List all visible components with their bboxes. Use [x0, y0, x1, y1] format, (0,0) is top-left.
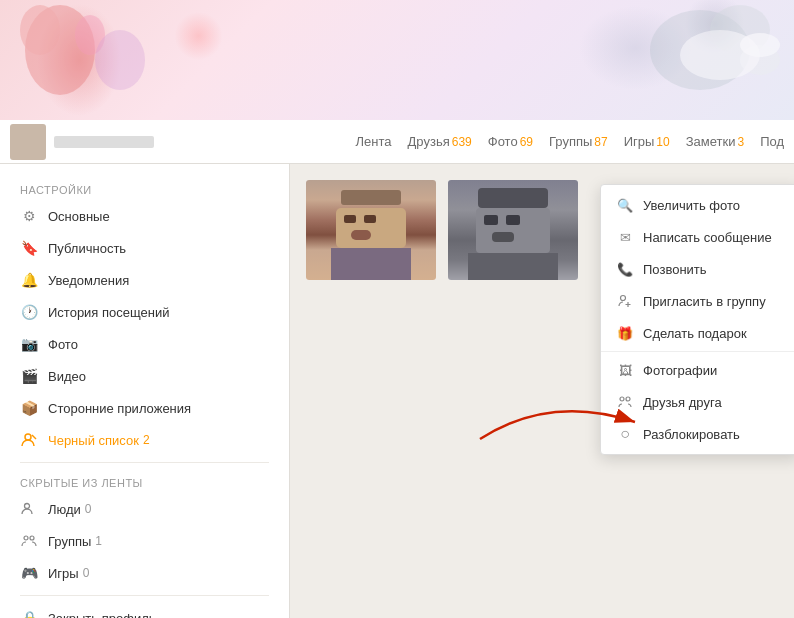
- sidebar-item-uvedomleniya[interactable]: 🔔 Уведомления: [0, 264, 289, 296]
- sidebar-item-photo[interactable]: 📷 Фото: [0, 328, 289, 360]
- phone-icon: 📞: [617, 261, 633, 277]
- sidebar: НАСТРОЙКИ ⚙ Основные 🔖 Публичность 🔔 Уве…: [0, 164, 290, 618]
- cm-item-label: Фотографии: [643, 363, 717, 378]
- groups-badge: 1: [95, 534, 102, 548]
- games-badge: 0: [83, 566, 90, 580]
- sidebar-item-label: Уведомления: [48, 273, 129, 288]
- cm-item-call[interactable]: 📞 Позвонить: [601, 253, 794, 285]
- cm-item-label: Друзья друга: [643, 395, 722, 410]
- svg-point-11: [25, 504, 30, 509]
- page-banner: [0, 0, 794, 120]
- cm-item-friends-of-friend[interactable]: Друзья друга: [601, 386, 794, 418]
- sidebar-item-groups-hidden[interactable]: Группы 1: [0, 525, 289, 557]
- nav-link-groups[interactable]: Группы87: [549, 134, 608, 149]
- sidebar-item-osnovnie[interactable]: ⚙ Основные: [0, 200, 289, 232]
- svg-point-3: [95, 30, 145, 90]
- nav-link-games[interactable]: Игры10: [624, 134, 670, 149]
- navbar-avatar: [10, 124, 46, 160]
- navbar-links: Лента Друзья639 Фото69 Группы87 Игры10 З…: [356, 134, 784, 149]
- sidebar-item-apps[interactable]: 📦 Сторонние приложения: [0, 392, 289, 424]
- gear-icon: ⚙: [20, 207, 38, 225]
- sidebar-item-games-hidden[interactable]: 🎮 Игры 0: [0, 557, 289, 589]
- video-icon: 🎬: [20, 367, 38, 385]
- people-badge: 0: [85, 502, 92, 516]
- nav-link-photo[interactable]: Фото69: [488, 134, 533, 149]
- sidebar-settings-title: НАСТРОЙКИ: [0, 176, 289, 200]
- cm-item-label: Разблокировать: [643, 427, 740, 442]
- gift-icon: 🎁: [617, 325, 633, 341]
- friends-icon: [617, 394, 633, 410]
- photos-icon: 🖼: [617, 362, 633, 378]
- blacklist-icon: [20, 431, 38, 449]
- sidebar-hidden-title: СКРЫТЫЕ ИЗ ЛЕНТЫ: [0, 469, 289, 493]
- svg-point-14: [621, 296, 626, 301]
- sidebar-item-label: Закрыть профиль: [48, 611, 156, 619]
- camera-icon: 📷: [20, 335, 38, 353]
- sidebar-item-blacklist[interactable]: Черный список 2: [0, 424, 289, 456]
- sidebar-item-label: Игры: [48, 566, 79, 581]
- sidebar-item-label: Основные: [48, 209, 110, 224]
- sidebar-item-publichnost[interactable]: 🔖 Публичность: [0, 232, 289, 264]
- sidebar-item-label: Видео: [48, 369, 86, 384]
- people-icon: [20, 500, 38, 518]
- sidebar-item-people[interactable]: Люди 0: [0, 493, 289, 525]
- lock-icon: 🔒: [20, 609, 38, 618]
- gamepad-icon: 🎮: [20, 564, 38, 582]
- sidebar-item-label: Группы: [48, 534, 91, 549]
- cm-item-invite-group[interactable]: Пригласить в группу: [601, 285, 794, 317]
- cm-item-label: Пригласить в группу: [643, 294, 766, 309]
- nav-link-lenta[interactable]: Лента: [356, 134, 392, 149]
- apps-icon: 📦: [20, 399, 38, 417]
- cm-item-label: Позвонить: [643, 262, 707, 277]
- message-icon: ✉: [617, 229, 633, 245]
- zoom-icon: 🔍: [617, 197, 633, 213]
- bell-icon: 🔔: [20, 271, 38, 289]
- sidebar-item-history[interactable]: 🕐 История посещений: [0, 296, 289, 328]
- content-area: 🔍 Увеличить фото ✉ Написать сообщение 📞 …: [290, 164, 794, 618]
- groups-icon: [20, 532, 38, 550]
- svg-point-13: [30, 536, 34, 540]
- svg-point-8: [740, 33, 780, 57]
- sidebar-item-close-profile[interactable]: 🔒 Закрыть профиль: [0, 602, 289, 618]
- cm-item-label: Увеличить фото: [643, 198, 740, 213]
- sidebar-item-label: История посещений: [48, 305, 170, 320]
- svg-point-15: [620, 397, 624, 401]
- cm-item-label: Написать сообщение: [643, 230, 772, 245]
- clock-icon: 🕐: [20, 303, 38, 321]
- group-invite-icon: [617, 293, 633, 309]
- cm-item-send-message[interactable]: ✉ Написать сообщение: [601, 221, 794, 253]
- cm-item-zoom-photo[interactable]: 🔍 Увеличить фото: [601, 189, 794, 221]
- sidebar-item-label: Публичность: [48, 241, 126, 256]
- sidebar-divider-2: [20, 595, 269, 596]
- cm-item-photos[interactable]: 🖼 Фотографии: [601, 354, 794, 386]
- sidebar-item-video[interactable]: 🎬 Видео: [0, 360, 289, 392]
- sidebar-item-label: Люди: [48, 502, 81, 517]
- svg-point-16: [626, 397, 630, 401]
- banner-svg: [0, 0, 794, 120]
- svg-point-12: [24, 536, 28, 540]
- nav-more: Под: [760, 134, 784, 149]
- svg-line-10: [32, 435, 36, 439]
- nav-link-notes[interactable]: Заметки3: [686, 134, 744, 149]
- cm-item-gift[interactable]: 🎁 Сделать подарок: [601, 317, 794, 349]
- friend-card-2[interactable]: [448, 180, 578, 280]
- navbar: Лента Друзья639 Фото69 Группы87 Игры10 З…: [0, 120, 794, 164]
- svg-point-9: [25, 434, 31, 440]
- nav-link-friends[interactable]: Друзья639: [408, 134, 472, 149]
- cm-item-label: Сделать подарок: [643, 326, 747, 341]
- navbar-username: [54, 136, 154, 148]
- main-layout: НАСТРОЙКИ ⚙ Основные 🔖 Публичность 🔔 Уве…: [0, 164, 794, 618]
- bookmark-icon: 🔖: [20, 239, 38, 257]
- sidebar-item-label: Черный список: [48, 433, 139, 448]
- svg-point-1: [20, 5, 60, 55]
- blacklist-badge: 2: [143, 433, 150, 447]
- sidebar-item-label: Фото: [48, 337, 78, 352]
- unblock-icon: ○: [617, 426, 633, 442]
- context-menu: 🔍 Увеличить фото ✉ Написать сообщение 📞 …: [600, 184, 794, 455]
- friend-card-1[interactable]: [306, 180, 436, 280]
- cm-divider: [601, 351, 794, 352]
- cm-item-unblock[interactable]: ○ Разблокировать: [601, 418, 794, 450]
- sidebar-divider: [20, 462, 269, 463]
- sidebar-item-label: Сторонние приложения: [48, 401, 191, 416]
